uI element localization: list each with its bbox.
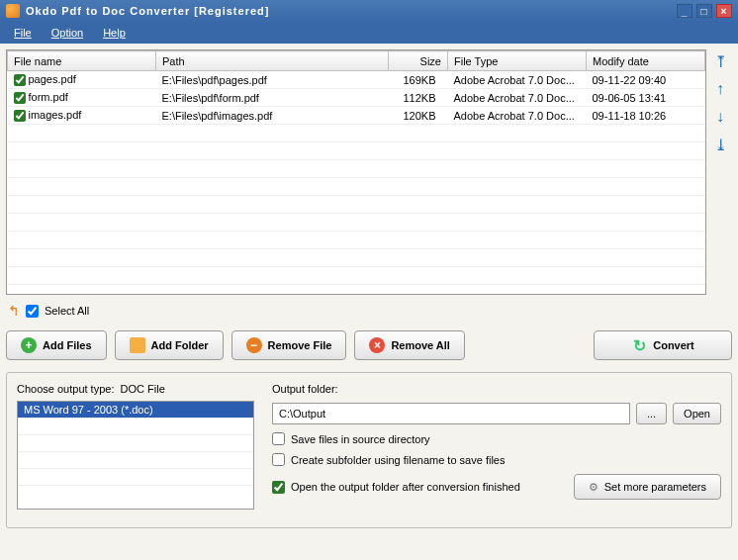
menu-help[interactable]: Help — [93, 25, 136, 41]
output-type-list[interactable]: MS Word 97 - 2003 (*.doc) — [17, 401, 254, 510]
move-down-button[interactable]: ↓ — [710, 107, 730, 127]
move-bottom-button[interactable]: ⤓ — [710, 135, 730, 154]
create-subfolder-checkbox[interactable] — [272, 453, 285, 466]
row-date: 09-11-18 10:26 — [587, 107, 705, 125]
open-after-checkbox[interactable] — [272, 481, 285, 494]
selectall-checkbox[interactable] — [26, 305, 39, 318]
window-title: Okdo Pdf to Doc Converter [Registered] — [26, 5, 673, 17]
bottom-panel: Choose output type: DOC File MS Word 97 … — [6, 372, 732, 528]
table-row[interactable]: pages.pdfE:\Files\pdf\pages.pdf169KBAdob… — [8, 71, 705, 89]
save-source-checkbox[interactable] — [272, 432, 285, 445]
titlebar: Okdo Pdf to Doc Converter [Registered] _… — [0, 0, 738, 22]
row-date: 09-11-22 09:40 — [587, 71, 705, 89]
add-folder-button[interactable]: Add Folder — [115, 330, 224, 360]
open-after-label[interactable]: Open the output folder after conversion … — [291, 481, 520, 493]
minus-icon: − — [246, 337, 262, 353]
selectall-label[interactable]: Select All — [45, 305, 89, 317]
gear-icon: ⚙ — [589, 481, 599, 494]
menubar: File Option Help — [0, 22, 738, 44]
add-folder-label: Add Folder — [151, 339, 209, 351]
col-size[interactable]: Size — [389, 51, 448, 71]
actionbar: + Add Files Add Folder − Remove File × R… — [6, 327, 732, 364]
remove-file-button[interactable]: − Remove File — [231, 330, 347, 360]
remove-file-label: Remove File — [268, 339, 332, 351]
save-source-label[interactable]: Save files in source directory — [291, 433, 430, 445]
output-folder-input[interactable] — [272, 403, 630, 424]
x-icon: × — [369, 337, 385, 353]
row-filetype: Adobe Acrobat 7.0 Doc... — [448, 89, 587, 107]
table-row[interactable]: images.pdfE:\Files\pdf\images.pdf120KBAd… — [8, 107, 705, 125]
row-path: E:\Files\pdf\form.pdf — [156, 89, 389, 107]
minimize-button[interactable]: _ — [677, 4, 692, 18]
folder-icon — [130, 337, 145, 353]
move-top-button[interactable]: ⤒ — [710, 51, 730, 71]
col-filetype[interactable]: File Type — [448, 51, 587, 71]
row-filetype: Adobe Acrobat 7.0 Doc... — [448, 107, 587, 125]
doc-file-label: DOC File — [121, 383, 165, 395]
row-date: 09-06-05 13:41 — [587, 89, 705, 107]
output-folder-label: Output folder: — [272, 383, 721, 395]
move-up-button[interactable]: ↑ — [710, 79, 730, 99]
row-size: 112KB — [389, 89, 448, 107]
add-files-button[interactable]: + Add Files — [6, 330, 107, 360]
set-more-parameters-button[interactable]: ⚙ Set more parameters — [574, 474, 721, 500]
menu-option[interactable]: Option — [42, 25, 93, 41]
maximize-button[interactable]: □ — [696, 4, 712, 18]
row-size: 169KB — [389, 71, 448, 89]
row-filetype: Adobe Acrobat 7.0 Doc... — [448, 71, 587, 89]
reorder-bar: ⤒ ↑ ↓ ⤓ — [710, 49, 732, 295]
create-subfolder-label[interactable]: Create subfolder using filename to save … — [291, 454, 505, 466]
row-checkbox[interactable] — [14, 74, 26, 86]
col-modify[interactable]: Modify date — [587, 51, 705, 71]
row-checkbox[interactable] — [14, 92, 26, 104]
browse-button[interactable]: ... — [636, 403, 667, 424]
table-header-row: File name Path Size File Type Modify dat… — [8, 51, 705, 71]
file-list[interactable]: File name Path Size File Type Modify dat… — [6, 49, 706, 295]
row-checkbox[interactable] — [14, 110, 26, 122]
row-size: 120KB — [389, 107, 448, 125]
app-icon — [6, 4, 20, 18]
row-path: E:\Files\pdf\images.pdf — [156, 107, 389, 125]
add-files-label: Add Files — [43, 339, 92, 351]
set-more-parameters-label: Set more parameters — [604, 481, 706, 493]
convert-icon: ↻ — [631, 337, 647, 353]
workspace: File name Path Size File Type Modify dat… — [0, 44, 738, 560]
col-filename[interactable]: File name — [8, 51, 156, 71]
plus-icon: + — [21, 337, 37, 353]
output-type-item[interactable]: MS Word 97 - 2003 (*.doc) — [18, 402, 253, 418]
remove-all-button[interactable]: × Remove All — [354, 330, 465, 360]
close-button[interactable]: × — [716, 4, 732, 18]
remove-all-label: Remove All — [391, 339, 450, 351]
convert-button[interactable]: ↻ Convert — [594, 330, 732, 360]
selectall-row: ↰ Select All — [6, 295, 732, 327]
output-type-label-row: Choose output type: DOC File — [17, 383, 254, 395]
row-path: E:\Files\pdf\pages.pdf — [156, 71, 389, 89]
open-folder-button[interactable]: Open — [673, 403, 721, 424]
choose-output-label: Choose output type: — [17, 383, 114, 395]
table-row[interactable]: form.pdfE:\Files\pdf\form.pdf112KBAdobe … — [8, 89, 705, 107]
convert-label: Convert — [653, 339, 694, 351]
menu-file[interactable]: File — [4, 25, 42, 41]
col-path[interactable]: Path — [156, 51, 389, 71]
up-folder-icon[interactable]: ↰ — [8, 303, 20, 319]
